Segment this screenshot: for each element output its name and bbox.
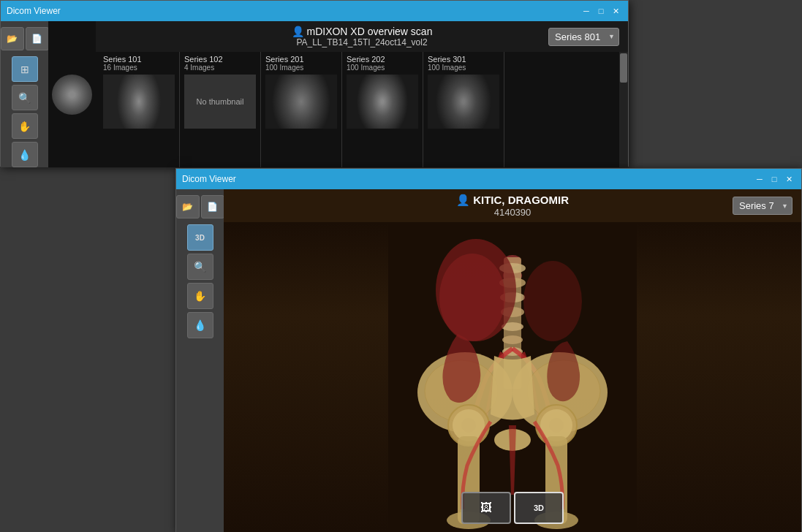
- dicom-window-2: Dicom Viewer ─ □ ✕ 📂 📄 3D 🔍 ✋ 💧: [175, 168, 802, 532]
- render-area: 🖼 3D: [224, 222, 801, 532]
- series-102-count: 4 Images: [184, 64, 256, 72]
- series-thumb-301[interactable]: Series 301 100 Images: [423, 52, 504, 167]
- series-301-count: 100 Images: [428, 64, 499, 72]
- thumbnails-strip: Series 101 16 Images Series 102 4 Images…: [96, 52, 628, 167]
- series-dropdown-2[interactable]: Series 7: [733, 197, 792, 215]
- window-controls-1: ─ □ ✕: [580, 5, 622, 17]
- patient-header-row-2: 👤 KITIC, DRAGOMIR 4140390 Series 7: [224, 189, 801, 222]
- pelvis-svg: [388, 222, 637, 532]
- zoom-tool-button-2[interactable]: 🔍: [187, 254, 213, 280]
- mri-image-301: [428, 75, 499, 129]
- patient-id-2: 4140390: [456, 207, 569, 218]
- pan-tool-button-2[interactable]: ✋: [187, 283, 213, 309]
- 3d-icon: 3D: [534, 503, 544, 512]
- series-101-count: 16 Images: [103, 64, 175, 72]
- mri-image-202: [347, 75, 418, 129]
- series-201-image: [265, 75, 337, 129]
- patient-icon-1: 👤: [292, 26, 307, 37]
- file-tools-group-2: 📂 📄: [176, 195, 224, 218]
- series-301-image: [428, 75, 499, 129]
- open-file-button-2[interactable]: 📄: [201, 195, 224, 218]
- close-button-1[interactable]: ✕: [609, 5, 622, 17]
- file-tools-group: 📂 📄: [1, 27, 49, 50]
- patient-info-2: 👤 KITIC, DRAGOMIR 4140390: [456, 194, 569, 218]
- minimize-button-2[interactable]: ─: [753, 173, 766, 185]
- 3d-view-button[interactable]: 3D: [514, 492, 564, 524]
- scan-circle: [52, 75, 92, 115]
- patient-header-row-1: 👤 mDIXON XD overview scan PA_LL_TB14_15T…: [96, 21, 628, 52]
- series-202-title: Series 202: [347, 55, 418, 64]
- image-view-button[interactable]: 🖼: [461, 492, 511, 524]
- patient-name-1: 👤 mDIXON XD overview scan: [292, 26, 433, 37]
- patient-info-1: 👤 mDIXON XD overview scan PA_LL_TB14_15T…: [292, 26, 433, 48]
- bottom-toolbar-2: 🖼 3D: [461, 492, 564, 524]
- series-201-title: Series 201: [265, 55, 337, 64]
- window1-title: Dicom Viewer: [7, 6, 61, 16]
- thumbnails-scrollbar[interactable]: [619, 52, 628, 167]
- patient-icon-2: 👤: [456, 194, 473, 206]
- series-202-count: 100 Images: [347, 64, 418, 72]
- main-content-1: 👤 mDIXON XD overview scan PA_LL_TB14_15T…: [96, 21, 628, 167]
- threed-tool-button[interactable]: 3D: [187, 224, 213, 251]
- series-201-count: 100 Images: [265, 64, 337, 72]
- series-101-title: Series 101: [103, 55, 175, 64]
- mri-image-101: [103, 75, 175, 129]
- scroll-thumb[interactable]: [620, 53, 627, 83]
- zoom-tool-button-1[interactable]: 🔍: [12, 85, 38, 110]
- svg-point-12: [439, 254, 505, 341]
- fit-tool-button[interactable]: ⊞: [12, 56, 38, 82]
- main-content-2: 👤 KITIC, DRAGOMIR 4140390 Series 7: [224, 189, 801, 532]
- window2-body: 📂 📄 3D 🔍 ✋ 💧 👤 KITIC, DRAGOMIR 4140390: [176, 189, 801, 532]
- patient-id-1: PA_LL_TB14_15TI_24oct14_vol2: [292, 37, 433, 48]
- window2-title: Dicom Viewer: [182, 174, 236, 184]
- series-thumb-202[interactable]: Series 202 100 Images: [342, 52, 423, 167]
- open-folder-button-2[interactable]: 📂: [176, 195, 200, 218]
- minimize-button-1[interactable]: ─: [580, 5, 593, 17]
- image-icon: 🖼: [480, 501, 492, 514]
- patient-name-2: 👤 KITIC, DRAGOMIR: [456, 194, 569, 207]
- pan-tool-button-1[interactable]: ✋: [12, 113, 38, 139]
- series-selector-wrapper-1: Series 801: [432, 28, 619, 46]
- maximize-button-2[interactable]: □: [768, 173, 781, 185]
- series-102-title: Series 102: [184, 55, 256, 64]
- close-button-2[interactable]: ✕: [782, 173, 795, 185]
- series-301-title: Series 301: [428, 55, 499, 64]
- no-thumbnail-label: No thumbnail: [197, 97, 244, 106]
- series-dropdown-wrapper-1: Series 801: [548, 28, 619, 46]
- 3d-render-view: [224, 222, 801, 532]
- title-bar-2: Dicom Viewer ─ □ ✕: [176, 169, 801, 189]
- mri-image-201: [265, 75, 337, 129]
- series-dropdown-wrapper-2: Series 7: [733, 197, 792, 215]
- maximize-button-1[interactable]: □: [594, 5, 608, 17]
- toolbar-sidebar-1: 📂 📄 ⊞ 🔍 ✋ 💧: [1, 21, 48, 167]
- annotate-tool-button-2[interactable]: 💧: [187, 312, 213, 338]
- series-thumb-101[interactable]: Series 101 16 Images: [99, 52, 180, 167]
- series-202-image: [347, 75, 418, 129]
- series-101-image: [103, 75, 175, 129]
- title-bar-1: Dicom Viewer ─ □ ✕: [1, 1, 628, 21]
- open-folder-button-1[interactable]: 📂: [1, 27, 24, 50]
- scan-image-left: [48, 21, 96, 167]
- annotate-tool-button-1[interactable]: 💧: [12, 142, 38, 167]
- dicom-window-1: Dicom Viewer ─ □ ✕ 📂 📄 ⊞ 🔍 ✋ 💧: [0, 0, 629, 167]
- series-thumb-102[interactable]: Series 102 4 Images No thumbnail: [180, 52, 261, 167]
- series-thumb-201[interactable]: Series 201 100 Images: [261, 52, 342, 167]
- series-102-image: No thumbnail: [184, 75, 256, 129]
- window-controls-2: ─ □ ✕: [753, 173, 795, 185]
- open-file-button-1[interactable]: 📄: [26, 27, 49, 50]
- toolbar-sidebar-2: 📂 📄 3D 🔍 ✋ 💧: [176, 189, 224, 532]
- window1-body: 📂 📄 ⊞ 🔍 ✋ 💧 👤 mDIXON XD overview scan: [1, 21, 628, 167]
- svg-point-9: [502, 335, 523, 344]
- series-selector-wrapper-2: Series 7: [569, 197, 792, 215]
- series-dropdown-1[interactable]: Series 801: [548, 28, 619, 46]
- svg-point-13: [523, 261, 582, 341]
